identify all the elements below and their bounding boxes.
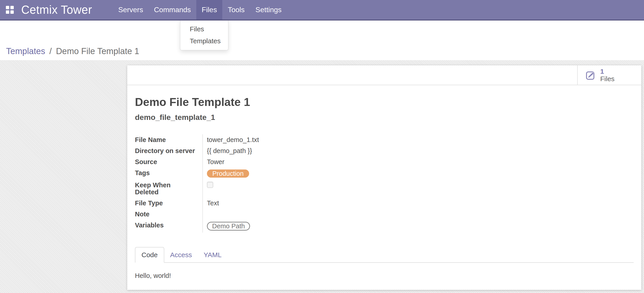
menu-item-settings[interactable]: Settings <box>250 0 287 20</box>
edit-pencil-square-icon <box>585 70 596 80</box>
menu-item-servers[interactable]: Servers <box>113 0 148 20</box>
files-count-label: Files <box>600 75 614 82</box>
keep-when-deleted-checkbox[interactable] <box>207 182 213 188</box>
field-group: File Name tower_demo_1.txt Directory on … <box>135 134 634 233</box>
field-value-keep-when-deleted <box>202 180 342 198</box>
dropdown-item-files[interactable]: Files <box>180 23 228 35</box>
field-value-source: Tower <box>202 156 342 167</box>
field-label-file-type: File Type <box>135 198 202 209</box>
files-count: 1 <box>600 68 614 75</box>
field-label-source: Source <box>135 156 202 167</box>
cetmix-tower-app: Cetmix Tower Servers Commands Files Tool… <box>0 0 644 293</box>
record-title: Demo File Template 1 <box>135 95 634 109</box>
apps-menu-button[interactable] <box>0 0 20 20</box>
field-label-tags: Tags <box>135 167 202 180</box>
field-value-file-type: Text <box>202 198 342 209</box>
field-value-directory: {{ demo_path }} <box>202 145 342 156</box>
files-stat-button[interactable]: 1 Files <box>577 65 641 85</box>
field-label-directory: Directory on server <box>135 145 202 156</box>
notebook-tabs: Code Access YAML <box>135 247 634 263</box>
field-label-file-name: File Name <box>135 134 202 145</box>
tab-code[interactable]: Code <box>135 247 164 263</box>
tab-yaml[interactable]: YAML <box>198 248 227 262</box>
breadcrumb-current: Demo File Template 1 <box>56 46 139 56</box>
field-label-note: Note <box>135 209 202 220</box>
field-value-variables: Demo Path <box>202 220 342 233</box>
field-value-file-name: tower_demo_1.txt <box>202 134 342 145</box>
field-label-keep-when-deleted: Keep When Deleted <box>135 180 202 198</box>
top-navbar: Cetmix Tower Servers Commands Files Tool… <box>0 0 644 20</box>
apps-grid-icon <box>6 6 14 14</box>
tag-badge-production: Production <box>207 170 249 178</box>
breadcrumb-separator: / <box>48 46 54 56</box>
button-box: 1 Files <box>127 65 641 85</box>
breadcrumb-templates-link[interactable]: Templates <box>6 46 45 56</box>
content-background: 1 Files Demo File Template 1 demo_file_t… <box>0 60 644 293</box>
control-panel: Templates / Demo File Template 1 Edit Cr… <box>0 20 644 60</box>
form-sheet: 1 Files Demo File Template 1 demo_file_t… <box>127 65 641 290</box>
sheet-body: Demo File Template 1 demo_file_template_… <box>127 95 641 280</box>
variable-pill-demo-path: Demo Path <box>207 222 250 231</box>
brand-title[interactable]: Cetmix Tower <box>20 0 94 20</box>
breadcrumb: Templates / Demo File Template 1 <box>6 46 139 56</box>
field-label-variables: Variables <box>135 220 202 233</box>
menu-item-commands[interactable]: Commands <box>148 0 196 20</box>
main-menu: Servers Commands Files Tools Settings <box>113 0 287 20</box>
dropdown-item-templates[interactable]: Templates <box>180 35 228 47</box>
record-reference: demo_file_template_1 <box>135 113 634 122</box>
menu-item-files[interactable]: Files <box>196 0 222 20</box>
field-value-tags: Production <box>202 167 342 180</box>
code-tab-content: Hello, world! <box>135 272 634 280</box>
files-dropdown-menu: Files Templates <box>180 20 228 50</box>
tab-access[interactable]: Access <box>164 248 198 262</box>
field-value-note <box>202 209 342 220</box>
stat-text: 1 Files <box>600 68 614 82</box>
menu-item-tools[interactable]: Tools <box>222 0 250 20</box>
